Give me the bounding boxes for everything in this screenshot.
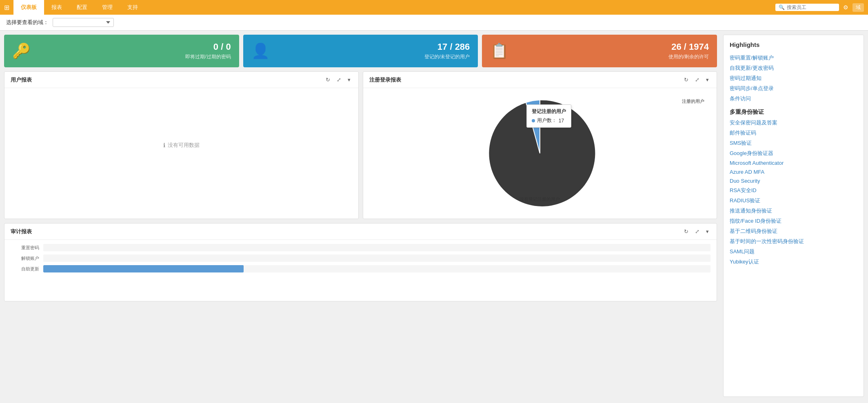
pie-label-registered: 注册的用户 — [682, 98, 704, 104]
nav-tabs: 仪表板 报表 配置 管理 支持 — [13, 0, 145, 15]
license-icon: 📋 — [490, 42, 508, 60]
left-content: 🔑 0 / 0 即将过期/过期的密码 👤 17 / 286 登记的/未登记的用户… — [4, 35, 719, 397]
users-icon: 👤 — [251, 42, 270, 60]
no-data-text: 没有可用数据 — [168, 142, 200, 149]
users-numbers: 17 / 286 — [276, 42, 470, 52]
pie-container: 登记注册的用户 用户数： 17 — [367, 92, 713, 215]
pie-tooltip-item: 用户数： 17 — [532, 117, 566, 124]
audit-report-refresh[interactable]: ↻ — [682, 228, 690, 235]
panels-row-top: 用户报表 ↻ ⤢ ▾ ℹ 没有可用数据 注册登录报表 — [4, 71, 717, 219]
search-input[interactable] — [787, 4, 836, 10]
mfa-link[interactable]: Microsoft Authenticator — [730, 160, 857, 166]
stat-card-users[interactable]: 👤 17 / 286 登记的/未登记的用户 — [243, 35, 478, 67]
tab-manage[interactable]: 管理 — [95, 0, 120, 15]
highlights-link[interactable]: 密码重置/解锁账户 — [730, 54, 857, 62]
mfa-title: 多重身份验证 — [730, 108, 857, 116]
mfa-link[interactable]: Yubikey认证 — [730, 258, 857, 266]
grid-icon[interactable]: ⊞ — [4, 4, 9, 11]
user-report-panel: 用户报表 ↻ ⤢ ▾ ℹ 没有可用数据 — [4, 71, 359, 219]
top-bar: ⊞ 仪表板 报表 配置 管理 支持 🔍 ⚙ 域 — [0, 0, 868, 15]
highlights-link[interactable]: 密码过期通知 — [730, 75, 857, 82]
audit-chart: 重置密码解锁账户自助更新 — [4, 240, 717, 301]
user-report-title: 用户报表 — [11, 76, 324, 84]
mfa-link[interactable]: 安全保密问题及答案 — [730, 119, 857, 126]
login-report-body: 登记注册的用户 用户数： 17 — [363, 88, 717, 219]
audit-bar-container — [43, 244, 710, 251]
highlights-link[interactable]: 条件访问 — [730, 95, 857, 102]
tab-config[interactable]: 配置 — [69, 0, 95, 15]
user-report-header: 用户报表 ↻ ⤢ ▾ — [4, 72, 358, 88]
stat-cards: 🔑 0 / 0 即将过期/过期的密码 👤 17 / 286 登记的/未登记的用户… — [4, 35, 717, 67]
user-report-expand[interactable]: ⤢ — [335, 76, 343, 84]
mfa-link[interactable]: Azure AD MFA — [730, 169, 857, 175]
user-report-controls: ↻ ⤢ ▾ — [324, 76, 352, 84]
mfa-links: 安全保密问题及答案邮件验证码SMS验证Google身份验证器Microsoft … — [730, 119, 857, 266]
stat-card-password[interactable]: 🔑 0 / 0 即将过期/过期的密码 — [4, 35, 239, 67]
audit-bar-container — [43, 255, 710, 262]
mfa-link[interactable]: RSA安全ID — [730, 187, 857, 194]
audit-report-header: 审计报表 ↻ ⤢ ▾ — [4, 224, 717, 240]
search-icon: 🔍 — [779, 4, 785, 10]
audit-report-expand[interactable]: ⤢ — [693, 228, 701, 235]
top-bar-right: 🔍 ⚙ 域 — [775, 3, 864, 12]
audit-row-label: 重置密码 — [11, 245, 39, 251]
audit-bar — [43, 265, 244, 272]
info-icon: ℹ — [163, 142, 165, 148]
audit-bar-container — [43, 265, 710, 272]
pie-tooltip-title: 登记注册的用户 — [532, 108, 566, 115]
tab-reports[interactable]: 报表 — [44, 0, 69, 15]
license-numbers: 26 / 1974 — [515, 42, 709, 52]
pie-tooltip: 登记注册的用户 用户数： 17 — [526, 104, 571, 128]
domain-select[interactable] — [53, 18, 114, 27]
user-report-dropdown[interactable]: ▾ — [346, 76, 352, 84]
audit-report-dropdown[interactable]: ▾ — [704, 228, 710, 235]
audit-row: 自助更新 — [11, 265, 710, 272]
settings-icon[interactable]: ⚙ — [843, 4, 848, 11]
audit-row-label: 解锁账户 — [11, 255, 39, 261]
audit-rows: 重置密码解锁账户自助更新 — [11, 244, 710, 272]
main-content: 🔑 0 / 0 即将过期/过期的密码 👤 17 / 286 登记的/未登记的用户… — [0, 31, 868, 401]
domain-label: 选择要查看的域： — [6, 19, 49, 26]
search-box: 🔍 — [775, 4, 839, 11]
mfa-link[interactable]: 基于时间的一次性密码身份验证 — [730, 238, 857, 245]
tab-support[interactable]: 支持 — [120, 0, 145, 15]
mfa-link[interactable]: 推送通知身份验证 — [730, 207, 857, 215]
highlights-links: 密码重置/解锁账户自我更新/更改密码密码过期通知密码同步/单点登录条件访问 — [730, 54, 857, 102]
user-report-refresh[interactable]: ↻ — [324, 76, 332, 84]
password-label: 即将过期/过期的密码 — [37, 53, 231, 60]
mfa-link[interactable]: SAML问题 — [730, 248, 857, 255]
audit-row: 重置密码 — [11, 244, 710, 251]
tab-dashboard[interactable]: 仪表板 — [13, 0, 44, 15]
mfa-link[interactable]: Duo Security — [730, 178, 857, 184]
mfa-link[interactable]: 邮件验证码 — [730, 129, 857, 137]
highlights-link[interactable]: 自我更新/更改密码 — [730, 64, 857, 72]
login-report-expand[interactable]: ⤢ — [693, 76, 701, 84]
stat-card-password-info: 0 / 0 即将过期/过期的密码 — [37, 42, 231, 60]
stat-card-users-info: 17 / 286 登记的/未登记的用户 — [276, 42, 470, 60]
audit-report-title: 审计报表 — [11, 228, 682, 235]
audit-report-panel: 审计报表 ↻ ⤢ ▾ 重置密码解锁账户自助更新 — [4, 223, 717, 301]
highlights-link[interactable]: 密码同步/单点登录 — [730, 85, 857, 92]
mfa-link[interactable]: 基于二维码身份验证 — [730, 228, 857, 235]
login-report-title: 注册登录报表 — [369, 76, 683, 84]
domain-bar: 选择要查看的域： — [0, 15, 868, 31]
login-report-refresh[interactable]: ↻ — [682, 76, 690, 84]
mfa-link[interactable]: 指纹/Face ID身份验证 — [730, 217, 857, 225]
right-sidebar: Highlights 密码重置/解锁账户自我更新/更改密码密码过期通知密码同步/… — [723, 35, 864, 397]
license-label: 使用的/剩余的许可 — [515, 53, 709, 60]
stat-card-license-info: 26 / 1974 使用的/剩余的许可 — [515, 42, 709, 60]
mfa-link[interactable]: SMS验证 — [730, 140, 857, 147]
mfa-link[interactable]: Google身份验证器 — [730, 150, 857, 157]
pie-tooltip-value: 17 — [559, 118, 564, 124]
domain-button[interactable]: 域 — [852, 3, 864, 12]
pie-tooltip-dot — [532, 119, 535, 122]
audit-row-label: 自助更新 — [11, 266, 39, 272]
pie-tooltip-label: 用户数： — [537, 117, 557, 124]
login-report-header: 注册登录报表 ↻ ⤢ ▾ — [363, 72, 717, 88]
login-report-dropdown[interactable]: ▾ — [704, 76, 710, 84]
mfa-link[interactable]: RADIUS验证 — [730, 197, 857, 204]
users-label: 登记的/未登记的用户 — [276, 53, 470, 60]
mfa-section: 多重身份验证 安全保密问题及答案邮件验证码SMS验证Google身份验证器Mic… — [730, 108, 857, 266]
audit-row: 解锁账户 — [11, 255, 710, 262]
stat-card-license[interactable]: 📋 26 / 1974 使用的/剩余的许可 — [482, 35, 717, 67]
